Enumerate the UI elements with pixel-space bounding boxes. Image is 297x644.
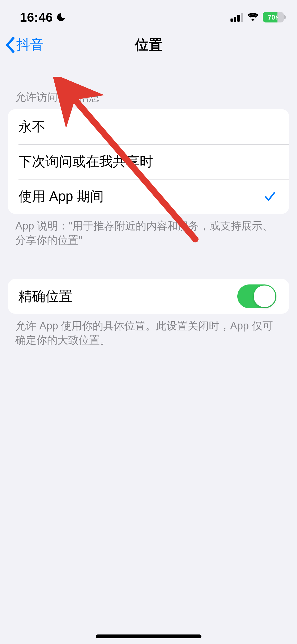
option-label: 永不 bbox=[18, 118, 45, 136]
back-button[interactable]: 抖音 bbox=[5, 36, 44, 54]
option-ask-next-time[interactable]: 下次询问或在我共享时 bbox=[8, 144, 289, 179]
status-left: 16:46 bbox=[20, 10, 66, 25]
chevron-left-icon bbox=[5, 37, 15, 53]
option-while-using[interactable]: 使用 App 期间 bbox=[8, 179, 289, 214]
page-title: 位置 bbox=[135, 36, 162, 54]
back-label: 抖音 bbox=[16, 36, 44, 54]
switch-knob bbox=[254, 286, 275, 307]
home-indicator[interactable] bbox=[96, 634, 201, 638]
precise-location-cell[interactable]: 精确位置 bbox=[8, 279, 289, 314]
location-access-group: 永不 下次询问或在我共享时 使用 App 期间 bbox=[8, 109, 289, 214]
precise-location-switch[interactable] bbox=[237, 284, 276, 308]
option-never[interactable]: 永不 bbox=[8, 109, 289, 144]
checkmark-icon bbox=[264, 190, 276, 203]
do-not-disturb-icon bbox=[56, 12, 66, 22]
precise-location-footer: 允许 App 使用你的具体位置。此设置关闭时，App 仅可确定你的大致位置。 bbox=[0, 314, 297, 347]
precise-location-group: 精确位置 bbox=[8, 279, 289, 314]
option-label: 下次询问或在我共享时 bbox=[18, 153, 153, 171]
battery-icon: 70 bbox=[263, 12, 284, 22]
status-right: 70 bbox=[230, 12, 284, 22]
option-label: 使用 App 期间 bbox=[18, 187, 104, 206]
location-access-header: 允许访问位置信息 bbox=[0, 63, 297, 109]
status-time: 16:46 bbox=[20, 10, 53, 25]
cellular-signal-icon bbox=[230, 13, 243, 22]
wifi-icon bbox=[247, 12, 259, 22]
status-bar: 16:46 70 bbox=[0, 0, 297, 26]
battery-percent: 70 bbox=[268, 13, 275, 21]
navigation-bar: 抖音 位置 bbox=[0, 26, 297, 63]
precise-location-label: 精确位置 bbox=[18, 287, 72, 306]
location-access-footer: App 说明："用于推荐附近的内容和服务，或支持展示、分享你的位置" bbox=[0, 214, 297, 247]
